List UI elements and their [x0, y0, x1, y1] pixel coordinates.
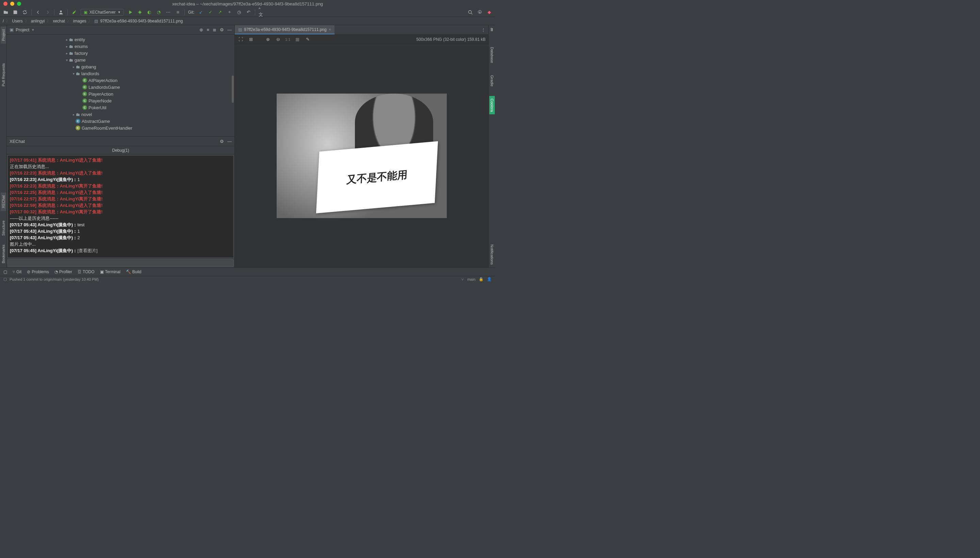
editor-area: ▤ 97ff2e3a-e59d-4930-94f3-9bea8d157111.p… — [235, 25, 488, 268]
git-push-icon[interactable]: ↗ — [217, 9, 223, 15]
svg-rect-2 — [177, 11, 179, 13]
chevron-down-icon[interactable]: ▼ — [31, 28, 34, 32]
color-picker-icon[interactable]: ✎ — [305, 36, 311, 43]
profile-icon[interactable]: ◔ — [156, 9, 162, 15]
tab-bookmarks[interactable]: Bookmarks — [1, 242, 6, 266]
collapse-icon[interactable]: ≣ — [213, 27, 217, 32]
tree-class[interactable]: CGameRoomEventHandler — [7, 125, 235, 131]
user-icon[interactable] — [58, 9, 64, 15]
project-tree[interactable]: ▸🖿entity ▸🖿enums ▸🖿factory ▾🖿game ▸🖿goba… — [7, 35, 235, 136]
bb-build[interactable]: 🔨Build — [126, 269, 141, 274]
tree-folder[interactable]: ▸🖿enums — [7, 43, 235, 50]
tab-notifications[interactable]: Notifications — [489, 241, 495, 268]
tree-folder[interactable]: ▸🖿factory — [7, 50, 235, 56]
terminal-icon: ▣ — [100, 269, 104, 274]
lock-icon[interactable]: 🔒 — [479, 277, 484, 281]
tab-database[interactable]: Database — [489, 44, 495, 66]
grid-icon[interactable]: ⊞ — [248, 36, 254, 43]
chat-message: [07/16 22:25] 系统消息：AnLingYi进入了鱼塘! — [10, 189, 231, 195]
git-history-icon[interactable]: ◷ — [236, 9, 242, 15]
ide-logo-icon[interactable]: ◆ — [486, 9, 492, 15]
chat-log[interactable]: [07/17 05:41] 系统消息：AnLingYi进入了鱼塘!正在加载历史消… — [8, 155, 234, 258]
titlebar: xechat-idea – ~/xechat/images/97ff2e3a-e… — [0, 0, 495, 8]
tree-class[interactable]: CPokerUtil — [7, 104, 235, 111]
gear-icon[interactable]: ⚙ — [220, 139, 224, 144]
bb-terminal[interactable]: ▣Terminal — [100, 269, 120, 274]
tree-folder[interactable]: ▾🖿game — [7, 56, 235, 63]
zoom-in-icon[interactable]: ⊕ — [265, 36, 271, 43]
breadcrumb-item[interactable]: images — [73, 19, 87, 23]
breadcrumb-item[interactable]: 97ff2e3a-e59d-4930-94f3-9bea8d157111.png — [100, 19, 183, 23]
minimize-panel-icon[interactable]: — — [227, 139, 232, 144]
tab-structure[interactable]: Structure — [1, 218, 6, 238]
tree-folder[interactable]: ▸🖿novel — [7, 111, 235, 118]
settings-icon[interactable] — [477, 9, 483, 15]
tab-maven[interactable]: m — [489, 25, 495, 34]
toolwindows-icon[interactable]: ▢ — [3, 269, 7, 274]
bb-todo[interactable]: ☲TODO — [77, 269, 94, 274]
stop-icon[interactable] — [175, 9, 181, 15]
refresh-icon[interactable] — [22, 9, 28, 15]
tab-pull-requests[interactable]: Pull Requests — [1, 61, 6, 89]
xechat-tab[interactable]: Debug(1) — [7, 146, 235, 154]
breadcrumb-item[interactable]: Users — [12, 19, 23, 23]
tree-folder[interactable]: ▸🖿gobang — [7, 63, 235, 70]
tree-class[interactable]: CLandlordsGame — [7, 84, 235, 90]
fit-icon[interactable]: ⛶ — [238, 36, 244, 43]
breadcrumb-item[interactable]: xechat — [53, 19, 65, 23]
tree-scrollbar[interactable] — [232, 75, 234, 103]
expand-icon[interactable]: ≡ — [207, 27, 209, 32]
maximize-window[interactable] — [17, 2, 21, 6]
forward-icon[interactable] — [44, 9, 51, 15]
open-icon[interactable] — [3, 9, 9, 15]
tab-gradle[interactable]: Gradle — [489, 72, 495, 89]
run-config-selector[interactable]: ▣ XEChatServer ▼ — [80, 9, 124, 16]
hammer-icon[interactable] — [71, 9, 77, 15]
search-icon[interactable] — [467, 9, 473, 15]
checker-icon[interactable]: ▦ — [294, 36, 300, 43]
git-rollback-icon[interactable]: ↶ — [245, 9, 251, 15]
debug-icon[interactable] — [137, 9, 143, 15]
git-pull-icon[interactable]: ↙ — [198, 9, 204, 15]
branch-icon: ⑂ — [13, 269, 15, 274]
minimize-window[interactable] — [10, 2, 14, 6]
run-config-icon: ▣ — [84, 10, 87, 15]
close-window[interactable] — [3, 2, 8, 6]
person-icon[interactable]: 👤 — [487, 277, 492, 281]
chat-message: [07/17 05:45] AnLingYi(摸鱼中)：[查看图片] — [10, 247, 231, 254]
bb-problems[interactable]: ⊘Problems — [27, 269, 49, 274]
run-icon[interactable] — [127, 9, 133, 15]
coverage-icon[interactable]: ◐ — [146, 9, 153, 15]
back-icon[interactable] — [35, 9, 41, 15]
git-commit-icon[interactable]: ✓ — [207, 9, 213, 15]
minimize-panel-icon[interactable]: — — [227, 27, 232, 32]
editor-tab[interactable]: ▤ 97ff2e3a-e59d-4930-94f3-9bea8d157111.p… — [235, 25, 335, 34]
git-new-branch-icon[interactable]: ✦ — [226, 9, 232, 15]
editor-tab-more-icon[interactable]: ⋮ — [478, 27, 488, 32]
tree-folder[interactable]: ▸🖿entity — [7, 36, 235, 43]
more-run-icon[interactable]: ⋯ — [165, 9, 171, 15]
breadcrumb-item[interactable]: / — [3, 19, 4, 23]
zoom-ratio: 1:1 — [285, 38, 290, 41]
tab-project[interactable]: Project — [1, 26, 6, 44]
bb-git[interactable]: ⑂Git — [13, 269, 21, 274]
git-branch[interactable]: main — [467, 277, 475, 281]
chat-input[interactable] — [8, 259, 234, 267]
tree-class[interactable]: CPlayerAction — [7, 90, 235, 97]
zoom-out-icon[interactable]: ⊖ — [275, 36, 281, 43]
bb-profiler[interactable]: ◔Profiler — [54, 269, 72, 274]
save-icon[interactable] — [12, 9, 18, 15]
translate-icon[interactable]: ᴬ文 — [259, 9, 265, 15]
tree-class[interactable]: CAbstractGame — [7, 118, 235, 125]
image-canvas[interactable]: 又不是不能用 — [235, 44, 488, 268]
image-preview: 又不是不能用 — [277, 94, 447, 218]
close-tab-icon[interactable]: × — [329, 27, 331, 32]
tab-coolera[interactable]: Coolera — [489, 96, 495, 115]
tree-folder[interactable]: ▾🖿landlords — [7, 70, 235, 77]
breadcrumb-item[interactable]: anlingyi — [31, 19, 45, 23]
tree-class[interactable]: CAIPlayerAction — [7, 77, 235, 84]
tree-class[interactable]: CPlayerNode — [7, 97, 235, 104]
gear-icon[interactable]: ⚙ — [220, 27, 224, 32]
tab-xechat[interactable]: XEChat — [1, 192, 6, 211]
locate-icon[interactable]: ⊕ — [199, 27, 203, 32]
